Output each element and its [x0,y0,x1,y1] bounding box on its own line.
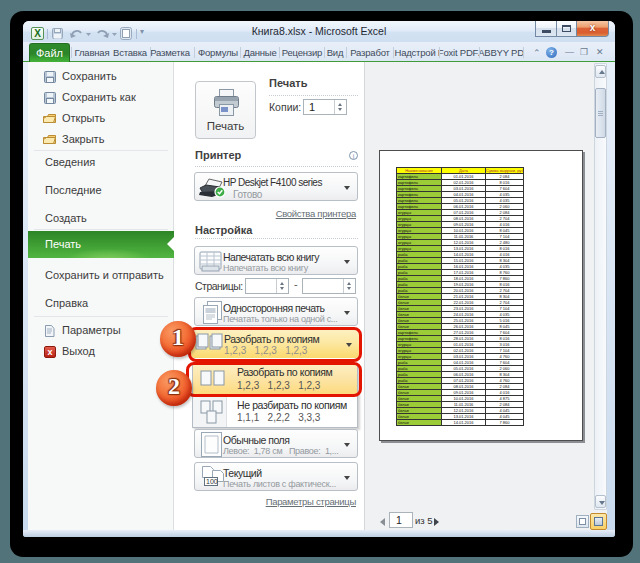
svg-text:100: 100 [206,478,218,485]
